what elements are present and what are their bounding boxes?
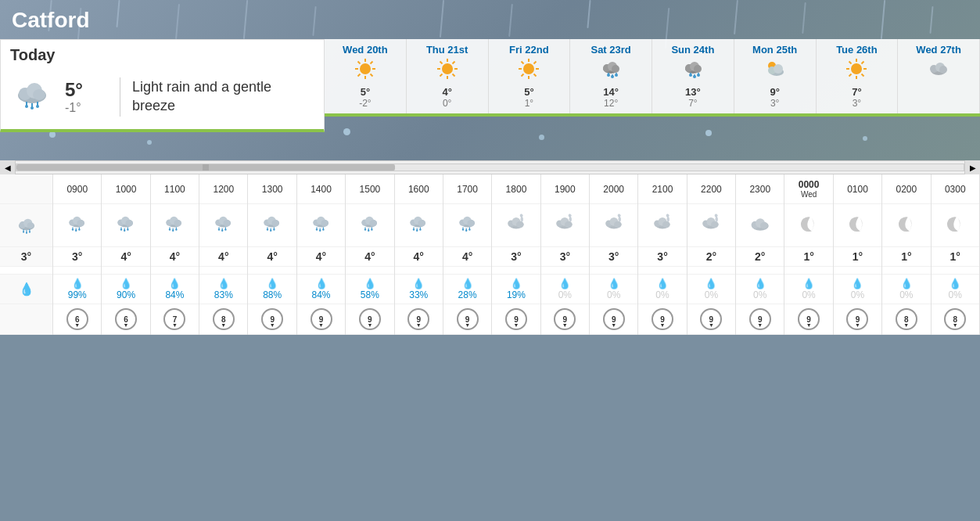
hourly-temp-15: 1° [784, 247, 833, 267]
svg-point-147 [369, 220, 377, 226]
scroll-thumb-top [16, 164, 395, 171]
hourly-rain-icon-first-cell: 💧 [0, 275, 53, 304]
svg-line-24 [440, 62, 442, 64]
forecast-day-name-wed20: Wed 20th [328, 44, 403, 56]
svg-line-35 [534, 62, 537, 64]
svg-line-25 [452, 74, 454, 77]
svg-line-27 [440, 74, 442, 77]
svg-line-67 [862, 74, 864, 77]
scroll-track-top[interactable] [16, 163, 964, 171]
hour-label-2200: 2200 [687, 174, 735, 204]
hour-label-1000: 1000 [102, 174, 150, 204]
hourly-wind-1: 6 ▼ [102, 304, 150, 335]
forecast-day-name-sun24: Sun 24th [655, 44, 731, 56]
svg-point-177 [516, 221, 524, 227]
hourly-wind-18: 8 ▼ [931, 304, 979, 335]
hourly-wind-first-cell [0, 304, 53, 335]
forecast-day-mon25[interactable]: Mon 25th9°3° [734, 39, 817, 117]
hourly-temp-1: 4° [102, 247, 150, 267]
hourly-rain-pct-8: 💧28% [443, 275, 491, 304]
hour-label-1200: 1200 [199, 174, 248, 204]
hourly-rain-pct-3: 💧83% [199, 275, 248, 304]
forecast-day-high-tue26: 7° [820, 86, 895, 98]
forecast-day-sat23[interactable]: Sat 23rd14°12° [570, 39, 652, 113]
scroll-right-arrow[interactable]: ▶ [964, 160, 980, 174]
svg-point-61 [851, 63, 862, 74]
hour-label-1800: 1800 [492, 174, 540, 204]
hour-label-1500: 1500 [346, 174, 394, 204]
location-title: Catford [12, 8, 90, 33]
hourly-temp-3: 4° [199, 247, 248, 267]
hourly-wind-9: 9 ▼ [492, 304, 540, 335]
svg-line-34 [534, 74, 537, 77]
hourly-wind-6: 9 ▼ [346, 304, 394, 335]
scroll-grip-top [203, 164, 209, 171]
svg-point-40 [612, 65, 619, 73]
forecast-day-low-tue26: 3° [820, 98, 895, 109]
hourly-wind-11: 9 ▼ [590, 304, 638, 335]
today-low: -1° [65, 101, 108, 115]
hourly-wind-15: 9 ▼ [784, 304, 833, 335]
hourly-icon-7 [394, 204, 443, 247]
hourly-icon-5 [296, 204, 345, 247]
svg-point-3 [33, 89, 45, 100]
forecast-day-high-fri22: 5° [492, 86, 567, 98]
hourly-icon-first-cell [0, 204, 53, 247]
hourly-icon-14 [736, 204, 784, 247]
forecast-day-tue26[interactable]: Tue 26th7°3° [817, 39, 899, 113]
hourly-rain-pct-9: 💧19% [492, 275, 540, 304]
hour-label-1400: 1400 [296, 174, 345, 204]
hourly-icon-18 [931, 204, 979, 247]
today-panel: Today 5° [0, 39, 325, 132]
hour-label-1100: 1100 [150, 174, 199, 204]
svg-point-167 [467, 220, 475, 226]
hourly-temp-2: 4° [150, 247, 199, 267]
hourly-temp-13: 2° [687, 247, 735, 267]
forecast-day-icon-wed20 [328, 58, 403, 84]
hourly-icon-3 [199, 204, 248, 247]
forecast-day-low-thu21: 0° [410, 98, 485, 109]
hourly-rain-pct-1: 💧90% [102, 275, 150, 304]
forecast-day-sun24[interactable]: Sun 24th13°7° [652, 39, 734, 113]
hourly-rain-pct-5: 💧84% [296, 275, 345, 304]
svg-line-17 [370, 62, 372, 64]
hourly-icon-11 [590, 204, 638, 247]
hourly-icon-6 [346, 204, 394, 247]
forecast-day-wed27[interactable]: Wed 27th [898, 39, 980, 113]
hour-label-0100: 0100 [833, 174, 881, 204]
hourly-icon-8 [443, 204, 491, 247]
forecast-day-icon-wed27 [901, 58, 976, 84]
svg-point-97 [125, 220, 133, 226]
hourly-rain-pct-17: 💧0% [882, 275, 931, 304]
today-temps: 5° -1° [65, 79, 108, 115]
hourly-temp-16: 1° [833, 247, 881, 267]
hour-label-0900: 0900 [53, 174, 102, 204]
hourly-first-cell [0, 174, 53, 204]
hourly-temp-11: 3° [590, 247, 638, 267]
svg-line-69 [849, 74, 852, 77]
hourly-wind-4: 9 ▼ [248, 304, 296, 335]
hourly-rain-pct-2: 💧84% [150, 275, 199, 304]
forecast-day-thu21[interactable]: Thu 21st4°0° [407, 39, 489, 113]
forecast-strip: Wed 20th5°-2°Thu 21st4°0°Fri 22nd5°1°Sat… [325, 39, 980, 117]
hourly-rain-pct-0: 💧99% [53, 275, 102, 304]
svg-line-33 [522, 62, 524, 64]
hourly-temp-9: 3° [492, 247, 540, 267]
forecast-day-fri22[interactable]: Fri 22nd5°1° [489, 39, 571, 113]
hourly-temp-4: 4° [248, 247, 296, 267]
svg-point-19 [442, 63, 453, 74]
forecast-day-high-wed20: 5° [328, 86, 403, 98]
hour-label-2100: 2100 [638, 174, 687, 204]
hourly-icon-9 [492, 204, 540, 247]
today-description: Light rain and a gentle breeze [132, 78, 314, 115]
scroll-left-arrow[interactable]: ◀ [0, 160, 16, 174]
hourly-wind-8: 9 ▼ [443, 304, 491, 335]
forecast-day-wed20[interactable]: Wed 20th5°-2° [325, 39, 407, 113]
forecast-day-name-tue26: Tue 26th [820, 44, 895, 56]
forecast-day-low-fri22: 1° [492, 98, 567, 109]
forecast-day-icon-sat23 [573, 58, 648, 84]
today-divider [120, 77, 120, 117]
scroll-top[interactable]: ◀ ▶ [0, 160, 980, 174]
hourly-temp-12: 3° [638, 247, 687, 267]
svg-point-193 [711, 221, 719, 227]
